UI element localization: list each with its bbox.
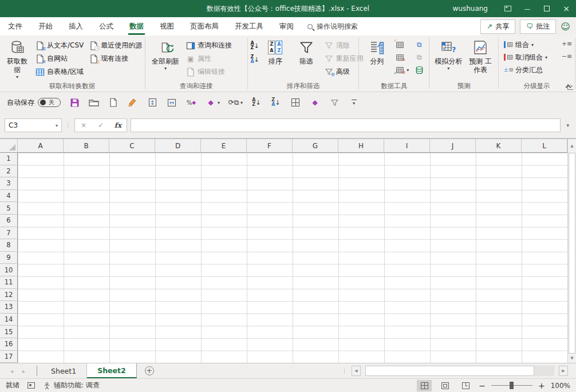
- insert-function-button[interactable]: fx: [109, 121, 127, 129]
- filter-button[interactable]: 筛选: [291, 37, 321, 66]
- row-header-11[interactable]: 11: [0, 276, 18, 289]
- close-button[interactable]: ×: [557, 0, 576, 17]
- borders-button[interactable]: [290, 97, 301, 108]
- qat-sort-ascending-button[interactable]: AZ↓: [251, 97, 262, 108]
- forecast-sheet-button[interactable]: 预测 工作表: [465, 37, 495, 74]
- save-button[interactable]: [69, 97, 80, 108]
- new-sheet-button[interactable]: +: [145, 366, 154, 375]
- qat-filter-button[interactable]: [329, 97, 340, 108]
- sheet-tab-sheet2[interactable]: Sheet2: [87, 363, 137, 378]
- formula-input[interactable]: [131, 118, 561, 132]
- column-header-K[interactable]: K: [476, 139, 522, 153]
- row-header-8[interactable]: 8: [0, 239, 18, 252]
- row-header-13[interactable]: 13: [0, 301, 18, 314]
- tab-view[interactable]: 视图: [152, 17, 182, 35]
- sort-ascending-icon[interactable]: AZ↓: [250, 41, 259, 50]
- refresh-cells-dropdown-button[interactable]: ⟳⧉▾: [228, 97, 243, 108]
- autosave-switch[interactable]: 关: [38, 98, 61, 107]
- page-layout-view-button[interactable]: [437, 380, 452, 391]
- row-header-9[interactable]: 9: [0, 252, 18, 264]
- select-all-button[interactable]: [0, 139, 18, 153]
- tab-developer[interactable]: 开发工具: [227, 17, 271, 35]
- row-header-5[interactable]: 5: [0, 202, 18, 215]
- row-height-button[interactable]: ↕: [147, 97, 158, 108]
- row-header-7[interactable]: 7: [0, 227, 18, 240]
- column-header-H[interactable]: H: [338, 139, 384, 153]
- horizontal-scrollbar-track[interactable]: [534, 366, 554, 376]
- share-button[interactable]: ↗ 共享: [480, 19, 515, 34]
- cancel-button[interactable]: ×: [75, 121, 92, 129]
- existing-connections-button[interactable]: ▯ 现有连接: [87, 52, 144, 65]
- open-button[interactable]: [88, 97, 100, 108]
- zoom-in-button[interactable]: +: [538, 381, 545, 390]
- get-data-button[interactable]: 获取数据 ▾: [2, 37, 32, 80]
- horizontal-scrollbar[interactable]: [365, 366, 554, 376]
- erase-dropdown-button[interactable]: ◆▾: [205, 97, 220, 108]
- hscroll-right-button[interactable]: ▶: [559, 366, 568, 376]
- hscroll-left-button[interactable]: ◀: [352, 366, 361, 376]
- previous-sheet-button[interactable]: ◂: [10, 368, 13, 374]
- tab-data[interactable]: 数据: [121, 17, 152, 35]
- vertical-scrollbar[interactable]: ▼: [567, 153, 576, 363]
- data-validation-button[interactable]: ✓⊘ ▾: [393, 64, 411, 76]
- show-detail-button[interactable]: +≡: [562, 39, 572, 48]
- sheet-tab-sheet1[interactable]: Sheet1: [41, 363, 87, 378]
- comments-button[interactable]: 🗨 批注: [520, 19, 556, 34]
- from-web-button[interactable]: ⊕ 自网站: [33, 52, 86, 65]
- tab-review[interactable]: 审阅: [271, 17, 302, 35]
- recent-sources-button[interactable]: 🕒 最近使用的源: [87, 39, 144, 52]
- horizontal-scrollbar-thumb[interactable]: [365, 366, 534, 376]
- what-if-analysis-button[interactable]: 模拟分析 ▾: [432, 37, 464, 72]
- sort-descending-icon[interactable]: ZA↓: [250, 55, 259, 64]
- row-header-17[interactable]: 17: [0, 351, 18, 363]
- zoom-level[interactable]: 100%: [551, 382, 570, 390]
- tell-me-search[interactable]: 操作说明搜索: [302, 17, 364, 35]
- print-preview-button[interactable]: [108, 97, 119, 108]
- row-header-10[interactable]: 10: [0, 264, 18, 276]
- normal-view-button[interactable]: [417, 380, 432, 391]
- subtotal-button[interactable]: ± 分类汇总: [502, 64, 545, 76]
- zoom-slider-thumb[interactable]: [510, 382, 514, 389]
- row-header-6[interactable]: 6: [0, 215, 18, 227]
- text-to-columns-button[interactable]: 分列: [362, 37, 392, 66]
- scroll-up-button[interactable]: ▲: [567, 139, 576, 153]
- hide-detail-button[interactable]: −≡: [562, 52, 572, 61]
- tab-splitter-handle[interactable]: ⋮: [342, 370, 347, 373]
- autosave-toggle[interactable]: 自动保存 关: [7, 98, 61, 108]
- vertical-scrollbar-thumb[interactable]: [569, 153, 575, 354]
- column-header-F[interactable]: F: [247, 139, 293, 153]
- row-header-3[interactable]: 3: [0, 177, 18, 190]
- page-break-view-button[interactable]: [458, 380, 473, 391]
- row-header-15[interactable]: 15: [0, 326, 18, 338]
- row-header-2[interactable]: 2: [0, 165, 18, 178]
- accessibility-status[interactable]: 辅助功能: 调查: [43, 381, 100, 390]
- column-header-G[interactable]: G: [293, 139, 338, 153]
- zoom-out-button[interactable]: −: [479, 381, 486, 390]
- qat-sort-descending-button[interactable]: ZA↓: [270, 97, 282, 108]
- sort-button[interactable]: ZAAZ 排序: [261, 37, 290, 66]
- feedback-smiley-icon[interactable]: ☺: [561, 21, 570, 32]
- collapse-ribbon-button[interactable]: [566, 83, 571, 88]
- eraser-button[interactable]: ◆: [309, 97, 321, 108]
- column-header-B[interactable]: B: [64, 139, 109, 153]
- row-header-12[interactable]: 12: [0, 289, 18, 302]
- column-header-J[interactable]: J: [430, 139, 476, 153]
- tab-file[interactable]: 文件: [0, 17, 30, 35]
- ribbon-display-options-button[interactable]: [498, 0, 518, 17]
- name-box[interactable]: C3 ▾: [5, 118, 62, 132]
- tab-home[interactable]: 开始: [30, 17, 61, 35]
- expand-formula-bar-button[interactable]: ▾: [564, 122, 571, 128]
- minimize-button[interactable]: —: [518, 0, 537, 17]
- customize-qat-button[interactable]: ▾: [348, 97, 360, 108]
- enter-button[interactable]: ✓: [92, 121, 109, 129]
- macro-record-icon[interactable]: [27, 382, 35, 389]
- clear-formats-button[interactable]: %◆: [186, 97, 197, 108]
- column-header-L[interactable]: L: [522, 139, 567, 153]
- tab-page-layout[interactable]: 页面布局: [182, 17, 227, 35]
- manage-data-model-button[interactable]: [412, 64, 426, 76]
- group-button[interactable]: 组合 ▾: [502, 39, 536, 50]
- scroll-down-button[interactable]: ▼: [568, 354, 576, 363]
- maximize-button[interactable]: [537, 0, 557, 17]
- column-header-E[interactable]: E: [201, 139, 247, 153]
- from-table-range-button[interactable]: 自表格/区域: [33, 65, 86, 78]
